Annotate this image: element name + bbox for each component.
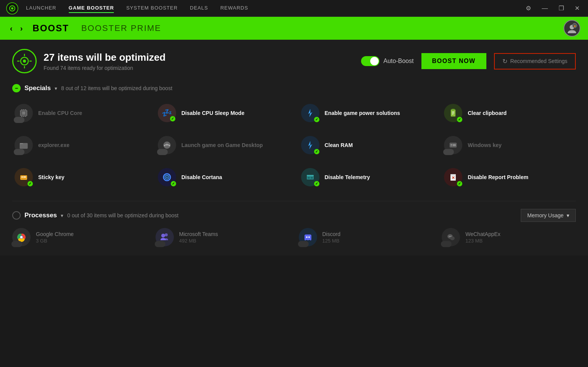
nav-tabs: LAUNCHER GAME BOOSTER SYSTEM BOOSTER DEA… bbox=[26, 3, 523, 13]
list-item: Microsoft Teams 492 MB bbox=[156, 228, 290, 246]
settings-icon[interactable]: ⚙ bbox=[523, 3, 533, 13]
boost-summary-text: 27 items will be optimized Found 74 item… bbox=[44, 52, 165, 71]
svg-rect-38 bbox=[21, 176, 23, 178]
item-icon-wrap bbox=[158, 136, 176, 154]
minimize-button[interactable]: — bbox=[539, 3, 550, 13]
process-info: Microsoft Teams 492 MB bbox=[179, 231, 218, 244]
process-size: 492 MB bbox=[179, 238, 218, 244]
processes-chevron-icon[interactable]: ▾ bbox=[61, 213, 63, 218]
forward-arrow[interactable]: › bbox=[18, 23, 25, 34]
list-item: ✓ Disable Cortana bbox=[156, 164, 290, 190]
process-toggle[interactable] bbox=[441, 241, 452, 247]
list-item: ✕ ✓ Disable Report Problem bbox=[442, 164, 576, 190]
svg-rect-23 bbox=[452, 109, 455, 110]
boost-now-button[interactable]: BOOST NOW bbox=[421, 53, 486, 69]
auto-boost-toggle[interactable] bbox=[361, 56, 379, 66]
item-label-clipboard: Clear clipboard bbox=[468, 110, 507, 116]
auto-boost-label: Auto-Boost bbox=[383, 58, 413, 65]
list-item: ✓ Enable game power solutions bbox=[299, 100, 433, 126]
window-controls: ⚙ — ❐ ✕ bbox=[523, 3, 582, 13]
report-problem-icon: ✕ ✓ bbox=[444, 168, 462, 186]
main-content: 27 items will be optimized Found 74 item… bbox=[0, 40, 588, 255]
clean-ram-icon: ✓ bbox=[301, 136, 319, 154]
list-item: Windows key bbox=[442, 132, 576, 158]
list-item: Google Chrome 3 GB bbox=[12, 228, 146, 246]
list-item: WeChatAppEx 123 MB bbox=[442, 228, 576, 246]
processes-title: Processes bbox=[24, 212, 57, 219]
back-arrow[interactable]: ‹ bbox=[8, 23, 15, 34]
item-icon-wrap: ✓ bbox=[158, 168, 176, 186]
processes-toggle[interactable] bbox=[12, 211, 21, 220]
wechat-icon bbox=[442, 228, 460, 246]
svg-rect-36 bbox=[453, 144, 456, 146]
process-name: WeChatAppEx bbox=[465, 231, 501, 237]
svg-rect-34 bbox=[450, 144, 452, 145]
svg-rect-39 bbox=[23, 176, 26, 178]
specials-toggle[interactable]: − bbox=[12, 84, 21, 92]
memory-usage-label: Memory Usage bbox=[527, 212, 564, 218]
svg-point-52 bbox=[20, 236, 23, 238]
nav-arrows: ‹ › bbox=[8, 23, 25, 34]
close-button[interactable]: ✕ bbox=[572, 3, 582, 13]
svg-point-2 bbox=[11, 7, 13, 10]
process-items-grid: Google Chrome 3 GB Microsoft Teams 492 M… bbox=[12, 228, 576, 246]
process-toggle[interactable] bbox=[155, 241, 165, 247]
svg-point-54 bbox=[165, 233, 168, 236]
tab-system-booster[interactable]: SYSTEM BOOSTER bbox=[126, 3, 178, 13]
process-name: Microsoft Teams bbox=[179, 231, 218, 237]
teams-icon bbox=[156, 228, 174, 246]
svg-rect-9 bbox=[22, 112, 25, 115]
discord-icon bbox=[299, 228, 317, 246]
processes-count: 0 out of 30 items will be optimized duri… bbox=[67, 212, 178, 218]
item-icon-wrap: ✓ bbox=[444, 104, 462, 122]
process-info: Discord 125 MB bbox=[322, 231, 340, 244]
item-toggle[interactable] bbox=[443, 149, 454, 155]
item-icon-wrap bbox=[444, 136, 462, 154]
maximize-button[interactable]: ❐ bbox=[556, 3, 566, 13]
breadcrumb-main: BOOST bbox=[32, 23, 69, 34]
item-label-telemetry: Disable Telemetry bbox=[325, 174, 370, 181]
sub-header: ‹ › BOOST BOOSTER PRIME ★ bbox=[0, 17, 588, 40]
item-icon-wrap: ✕ ✓ bbox=[444, 168, 462, 186]
process-toggle[interactable] bbox=[298, 241, 309, 247]
list-item: Enable CPU Core bbox=[12, 100, 146, 126]
telemetry-icon: ✓ bbox=[301, 168, 319, 186]
recommended-settings-button[interactable]: ↻ Recommended Settings bbox=[494, 53, 576, 70]
tab-deals[interactable]: DEALS bbox=[190, 3, 208, 13]
svg-point-55 bbox=[306, 236, 308, 238]
item-icon-wrap bbox=[15, 136, 33, 154]
item-toggle[interactable] bbox=[14, 117, 24, 123]
user-avatar-wrap[interactable]: ★ bbox=[564, 20, 580, 37]
item-icon-wrap: ✓ bbox=[15, 168, 33, 186]
item-toggle[interactable] bbox=[14, 149, 24, 155]
item-toggle[interactable] bbox=[157, 149, 168, 155]
tab-rewards[interactable]: REWARDS bbox=[220, 3, 248, 13]
game-power-icon: ✓ bbox=[301, 104, 319, 122]
section-divider bbox=[12, 201, 576, 201]
dropdown-arrow-icon: ▾ bbox=[567, 212, 569, 218]
app-logo bbox=[6, 2, 18, 15]
specials-chevron-icon[interactable]: ▾ bbox=[55, 86, 57, 91]
process-size: 123 MB bbox=[465, 238, 501, 244]
list-item: explorer.exe bbox=[12, 132, 146, 158]
memory-usage-button[interactable]: Memory Usage ▾ bbox=[521, 209, 576, 222]
sticky-key-icon: ✓ bbox=[15, 168, 33, 186]
item-icon-wrap: ✓ bbox=[301, 104, 319, 122]
auto-boost-toggle-wrap: Auto-Boost bbox=[361, 56, 413, 66]
svg-point-60 bbox=[450, 236, 451, 237]
svg-rect-35 bbox=[450, 146, 452, 146]
item-icon-wrap bbox=[15, 104, 33, 122]
recommended-settings-label: Recommended Settings bbox=[510, 58, 567, 64]
tab-game-booster[interactable]: GAME BOOSTER bbox=[69, 3, 114, 13]
toggle-knob bbox=[370, 57, 379, 65]
list-item: ✓ Sticky key bbox=[12, 164, 146, 190]
process-name: Google Chrome bbox=[36, 231, 74, 237]
process-size: 3 GB bbox=[36, 238, 74, 244]
process-size: 125 MB bbox=[322, 238, 340, 244]
svg-point-7 bbox=[23, 60, 26, 63]
boost-actions: Auto-Boost BOOST NOW ↻ Recommended Setti… bbox=[361, 53, 576, 70]
clipboard-icon: ✓ bbox=[444, 104, 462, 122]
process-toggle[interactable] bbox=[11, 241, 22, 247]
svg-rect-45 bbox=[308, 177, 310, 179]
tab-launcher[interactable]: LAUNCHER bbox=[26, 3, 57, 13]
